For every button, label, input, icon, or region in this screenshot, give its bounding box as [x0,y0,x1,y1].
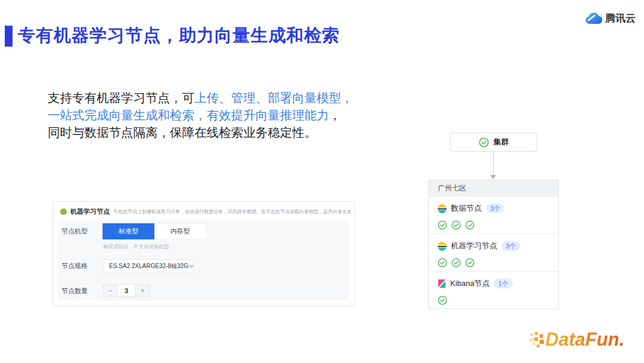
check-circle-icon [438,258,447,267]
kibana-icon [438,279,446,288]
title-accent-bar [5,26,13,47]
check-circle-icon [438,220,447,230]
tencent-cloud-logo: 腾讯云 [584,11,636,25]
node-label: 数据节点 [451,203,482,214]
cloud-icon [584,12,602,25]
spec-dropdown-value: ES.SA2.2XLARGE32-8核32G [109,262,188,270]
node-count-value[interactable]: 3 [118,284,135,297]
increment-button[interactable]: + [135,284,150,297]
connector-arrowhead-icon [490,175,496,179]
panel-description: 可在此节点上创建机器学习任务，自动进行数据分析，识别异常数据。也可在此节点加载向… [113,208,351,215]
health-checks [438,220,549,230]
node-section-ml: 机器学习节点 3个 [429,234,558,272]
cluster-label: 集群 [494,137,509,147]
decrement-button[interactable]: − [103,284,118,297]
ml-node-config-panel: 机器学习节点 可在此节点上创建机器学习任务，自动进行数据分析，识别异常数据。也可… [52,201,355,306]
check-circle-icon [465,220,475,230]
node-label: Kibana节点 [450,278,490,289]
intro-line-1: 支持专有机器学习节点，可上传、管理、部署向量模型， [48,90,358,107]
machine-type-tabs: 标准型 内存型 [103,223,206,239]
health-checks [438,296,549,305]
check-circle-icon [465,258,475,267]
machine-type-hint: 购买成功后，不支持更换机型 [103,244,169,251]
zone-header: 广州七区 [429,180,558,196]
datafun-dots-icon [530,330,545,349]
node-section-kibana: Kibana节点 1个 [429,272,558,309]
intro-line-2: 一站式完成向量生成和检索，有效提升向量推理能力， [48,107,358,124]
machine-type-label: 节点机型 [61,227,88,236]
node-label: 机器学习节点 [451,241,497,251]
zone-box: 广州七区 数据节点 3个 机器学习节点 3个 Kibana节点 1个 [428,180,559,309]
elasticsearch-icon [438,204,447,213]
page-title: 专有机器学习节点，助力向量生成和检索 [18,24,340,48]
datafun-wordmark: DataFun. [545,329,624,350]
tencent-cloud-label: 腾讯云 [605,11,636,25]
count-label: 节点数量 [61,287,88,296]
node-row: Kibana节点 1个 [438,278,549,289]
check-circle-icon [438,296,447,305]
panel-title: 机器学习节点 [70,207,110,216]
count-badge: 3个 [486,204,504,213]
connector-line [493,152,494,175]
chevron-down-icon [188,264,194,268]
tab-memory[interactable]: 内存型 [154,223,206,239]
panel-header: 机器学习节点 可在此节点上创建机器学习任务，自动进行数据分析，识别异常数据。也可… [60,207,351,216]
spec-label: 节点规格 [61,262,88,270]
elasticsearch-icon [438,242,447,251]
check-circle-icon [451,258,461,267]
intro-line-3: 同时与数据节点隔离，保障在线检索业务稳定性。 [48,124,358,141]
legend-dot-icon [60,208,67,215]
health-checks [438,258,549,267]
check-circle-icon [451,220,461,230]
node-section-data: 数据节点 3个 [429,196,558,234]
cluster-box: 集群 [450,133,537,152]
node-count-stepper: − 3 + [103,284,150,297]
check-circle-icon [479,137,489,147]
spec-dropdown[interactable]: ES.SA2.2XLARGE32-8核32G [103,259,194,273]
node-row: 数据节点 3个 [438,203,549,214]
node-row: 机器学习节点 3个 [438,241,549,251]
count-badge: 1个 [494,279,512,288]
datafun-logo: DataFun. [530,329,624,350]
tab-standard[interactable]: 标准型 [103,223,154,239]
intro-paragraph: 支持专有机器学习节点，可上传、管理、部署向量模型， 一站式完成向量生成和检索，有… [48,90,358,141]
count-badge: 3个 [501,241,520,251]
